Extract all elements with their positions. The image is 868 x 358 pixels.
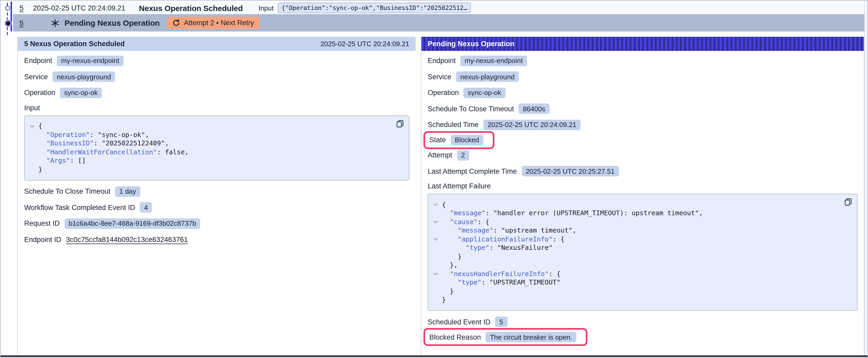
field-value-badge: 5 [495, 317, 507, 327]
field-value-badge: 2025-02-25 UTC 20:25:27.51 [522, 166, 619, 176]
code-line: "nexusHandlerFailureInfo": { [432, 269, 852, 278]
field-value-badge: 2025-02-25 UTC 20:24:09.21 [484, 120, 581, 130]
collapse-chevron-icon[interactable] [433, 271, 438, 275]
field-label: Service [428, 73, 451, 80]
field-row-service: Servicenexus-playground [428, 71, 858, 83]
field-row-blocked-reason: Blocked ReasonThe circuit breaker is ope… [424, 328, 858, 346]
field-value-badge: sync-op-ok [60, 88, 102, 98]
field-value-badge: b1c6a4bc-8ee7-468a-9169-df3b02c8737b [64, 218, 200, 229]
field-label: Blocked Reason [429, 333, 481, 341]
collapse-chevron-icon[interactable] [433, 202, 438, 206]
field-row-endpoint-id: Endpoint ID3c0c75ccfa8144b092c13ce632463… [24, 234, 409, 245]
field-row-scheduled-event-id: Scheduled Event ID5 [428, 316, 858, 328]
input-code-label: Input [24, 104, 409, 111]
field-value-badge: nexus-playground [53, 71, 115, 82]
field-label: State [429, 136, 446, 144]
code-line: "message": "handler error (UPSTREAM_TIME… [432, 209, 852, 217]
input-json-viewer: { "Operation": "sync-op-ok", "BusinessID… [24, 115, 409, 180]
field-row-operation: Operationsync-op-ok [428, 87, 858, 98]
field-value-badge: 2 [457, 150, 469, 160]
code-line: }, [432, 261, 852, 269]
event-input-preview-badge[interactable]: {"Operation":"sync-op-ok","BusinessID":"… [278, 3, 471, 13]
panel-title: Pending Nexus Operation [428, 40, 515, 47]
field-label: Scheduled Time [428, 121, 479, 129]
event-title: Pending Nexus Operation [65, 19, 160, 27]
field-row-endpoint: Endpointmy-nexus-endpoint [428, 55, 858, 66]
field-label: Endpoint [24, 57, 52, 65]
pending-spark-icon [51, 19, 59, 27]
field-label: Workflow Task Completed Event ID [24, 203, 135, 211]
field-value-badge: The circuit breaker is open. [486, 332, 577, 342]
field-value-badge: 4 [140, 202, 152, 213]
field-label: Request ID [24, 220, 60, 227]
code-line: "BusinessID": "20250225122409", [29, 139, 404, 148]
field-label: Operation [24, 89, 56, 97]
field-label: Scheduled Event ID [428, 318, 491, 326]
field-value-badge: nexus-playground [456, 71, 519, 82]
event-title: Nexus Operation Scheduled [139, 3, 243, 12]
event-marker-open-circle-icon[interactable] [5, 5, 10, 10]
field-row-scheduled-time: Scheduled Time2025-02-25 UTC 20:24:09.21 [428, 119, 858, 130]
annotation-highlight-box: Blocked ReasonThe circuit breaker is ope… [424, 328, 587, 346]
timeline-active-bar [10, 1, 12, 32]
field-value-badge: my-nexus-endpoint [461, 55, 527, 66]
pending-panel-header: Pending Nexus Operation [422, 36, 864, 51]
event-row-nexus-operation-scheduled[interactable]: 5 2025-02-25 UTC 20:24:09.21 Nexus Opera… [13, 2, 864, 14]
field-row-schedule-to-close-timeout: Schedule To Close Timeout1 day [24, 186, 409, 197]
event-detail-panel-pending: Pending Nexus Operation Endpointmy-nexus… [421, 36, 864, 354]
code-line: } [432, 295, 852, 304]
field-label: Operation [428, 89, 459, 97]
field-value-link[interactable]: 3c0c75ccfa8144b092c13ce632463761 [66, 235, 188, 243]
scheduled-panel-header: 5 Nexus Operation Scheduled 2025-02-25 U… [18, 36, 415, 51]
annotation-highlight-box: StateBlocked [424, 131, 494, 149]
code-line: "Operation": "sync-op-ok", [29, 130, 404, 139]
field-label: Schedule To Close Timeout [24, 187, 110, 195]
last-attempt-failure-label: Last Attempt Failure [428, 182, 858, 190]
event-id-link[interactable]: 5 [20, 4, 24, 12]
code-line: "HandlerWaitForCancellation": false, [29, 148, 404, 156]
event-id-link[interactable]: 5 [20, 19, 24, 27]
code-line: "message": "upstream timeout", [432, 226, 852, 235]
code-line: "type": "NexusFailure" [432, 243, 852, 252]
code-line: { [432, 200, 852, 209]
workflow-history-window: 5 2025-02-25 UTC 20:24:09.21 Nexus Opera… [0, 0, 868, 358]
field-row-state: StateBlocked [424, 131, 858, 149]
field-label: Attempt [428, 151, 452, 159]
vertical-scrollbar[interactable] [864, 1, 867, 358]
field-label: Endpoint ID [24, 235, 61, 243]
code-line: { [29, 122, 404, 130]
collapse-chevron-icon[interactable] [433, 219, 438, 223]
code-line: } [432, 252, 852, 261]
field-row-operation: Operationsync-op-ok [24, 87, 409, 98]
attempt-retry-badge: Attempt 2 • Next Retry [167, 17, 259, 29]
field-row-workflow-task-completed-event-id: Workflow Task Completed Event ID4 [24, 202, 409, 213]
field-value-badge: my-nexus-endpoint [57, 55, 123, 66]
copy-icon[interactable] [396, 120, 404, 128]
event-marker-filled-circle-icon[interactable] [5, 21, 10, 26]
field-row-endpoint: Endpointmy-nexus-endpoint [24, 55, 409, 66]
code-line: } [432, 287, 852, 295]
field-value-badge: 1 day [115, 186, 140, 197]
code-line: "Args": [] [29, 156, 404, 165]
field-row-schedule-to-close-timeout: Schedule To Close Timeout86400s [428, 103, 858, 115]
field-row-last-attempt-complete-time: Last Attempt Complete Time2025-02-25 UTC… [428, 165, 858, 177]
field-row-request-id: Request IDb1c6a4bc-8ee7-468a-9169-df3b02… [24, 218, 409, 229]
event-input-label: Input [258, 4, 274, 12]
collapse-chevron-icon[interactable] [433, 236, 438, 241]
code-line: "type": "UPSTREAM_TIMEOUT" [432, 278, 852, 287]
field-value-badge: Blocked [451, 135, 484, 145]
panel-timestamp: 2025-02-25 UTC 20:24:09.21 [320, 40, 409, 47]
collapse-chevron-icon[interactable] [30, 123, 34, 128]
code-line: "cause": { [432, 217, 852, 226]
copy-icon[interactable] [844, 198, 852, 206]
field-label: Service [24, 73, 48, 80]
panel-title: 5 Nexus Operation Scheduled [24, 40, 125, 47]
event-row-pending-nexus-operation[interactable]: 5 Pending Nexus Operation Attempt 2 • Ne… [13, 14, 864, 32]
attempt-retry-label: Attempt 2 • Next Retry [184, 19, 254, 27]
field-label: Schedule To Close Timeout [428, 105, 514, 112]
field-value-badge: sync-op-ok [464, 88, 505, 98]
field-row-service: Servicenexus-playground [24, 71, 409, 83]
retry-icon [172, 19, 180, 27]
field-row-attempt: Attempt2 [428, 149, 858, 161]
field-value-badge: 86400s [519, 103, 549, 114]
